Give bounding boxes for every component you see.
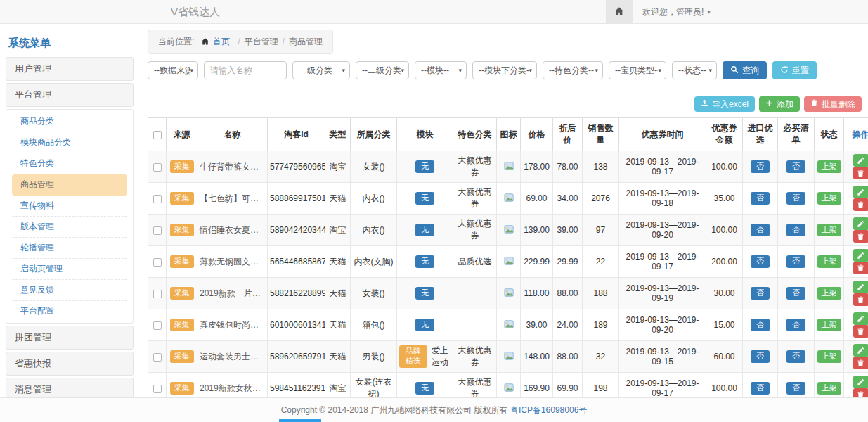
edit-button[interactable] [853, 281, 868, 293]
delete-button[interactable] [853, 357, 868, 369]
delete-button[interactable] [853, 262, 868, 274]
delete-button[interactable] [853, 167, 868, 179]
delete-button[interactable] [853, 293, 868, 306]
table-toolbar: 导入excel 添加 批量删除 [148, 96, 862, 112]
must-buy-toggle[interactable]: 否 [786, 255, 805, 268]
import-select-toggle[interactable]: 否 [751, 224, 770, 236]
status-badge[interactable]: 上架 [817, 287, 841, 300]
status-badge[interactable]: 上架 [817, 224, 841, 236]
import-select-toggle[interactable]: 否 [751, 287, 770, 300]
import-select-toggle[interactable]: 否 [751, 160, 770, 173]
module-badge[interactable]: 无 [415, 287, 434, 300]
must-buy-toggle[interactable]: 否 [786, 192, 805, 205]
data-source-filter[interactable]: --数据来源--▾ [148, 61, 198, 79]
must-buy-toggle[interactable]: 否 [786, 224, 805, 236]
sidebar-item-module-goods-category[interactable]: 模块商品分类 [12, 132, 127, 153]
source-badge: 采集 [170, 287, 194, 300]
sidebar-item-splash-mgmt[interactable]: 启动页管理 [12, 259, 127, 280]
row-checkbox[interactable] [153, 385, 162, 393]
table-row: 采集2019新款一片式系...588216228899天猫女装()无118.00… [148, 278, 868, 309]
must-buy-toggle[interactable]: 否 [786, 382, 805, 395]
edit-button[interactable] [853, 186, 868, 198]
feature-category-filter[interactable]: --特色分类--▾ [543, 61, 603, 79]
row-checkbox[interactable] [153, 226, 162, 235]
select-all-checkbox[interactable] [153, 131, 162, 139]
module-badge[interactable]: 无 [415, 382, 434, 395]
module-badge[interactable]: 无 [415, 224, 434, 236]
reset-button[interactable]: 重置 [772, 61, 817, 79]
batch-delete-button[interactable]: 批量删除 [804, 96, 862, 112]
sidebar-item-feedback[interactable]: 意见反馈 [12, 280, 127, 301]
caret-down-icon: ▾ [707, 8, 711, 15]
module-badge[interactable]: 无 [415, 319, 434, 331]
delete-button[interactable] [853, 325, 868, 338]
import-select-toggle[interactable]: 否 [751, 382, 770, 395]
add-button[interactable]: 添加 [759, 96, 800, 112]
status-badge[interactable]: 上架 [817, 382, 841, 395]
cell-actions [844, 341, 868, 373]
sidebar-item-platform-config[interactable]: 平台配置 [12, 301, 127, 321]
home-button[interactable] [606, 0, 633, 24]
row-checkbox[interactable] [153, 258, 162, 267]
import-select-toggle[interactable]: 否 [751, 319, 770, 331]
status-badge[interactable]: 上架 [817, 319, 841, 331]
cell-price: 229.99 [521, 246, 553, 278]
must-buy-toggle[interactable]: 否 [786, 319, 805, 331]
level2-category-filter[interactable]: --二级分类--▾ [356, 61, 409, 79]
status-badge[interactable]: 上架 [817, 350, 841, 363]
cell-feature: 大额优惠券 [453, 215, 497, 246]
import-select-toggle[interactable]: 否 [751, 255, 770, 268]
sidebar-item-carousel-mgmt[interactable]: 轮播管理 [12, 238, 127, 259]
product-icon [504, 383, 514, 392]
status-badge[interactable]: 上架 [817, 255, 841, 268]
sidebar-item-promo-material[interactable]: 宣传物料 [12, 196, 127, 217]
must-buy-toggle[interactable]: 否 [786, 350, 805, 363]
name-search-input[interactable] [204, 61, 287, 79]
edit-button[interactable] [853, 249, 868, 262]
breadcrumb-home-link[interactable]: 首页 [213, 37, 230, 46]
module-filter[interactable]: --模块--▾ [415, 61, 467, 79]
search-button[interactable]: 查询 [723, 61, 767, 79]
edit-button[interactable] [853, 154, 868, 167]
footer: Copyright © 2014-2018 广州九驰网络科技有限公司 版权所有 … [0, 397, 868, 422]
module-badge[interactable]: 无 [415, 160, 434, 173]
must-buy-toggle[interactable]: 否 [786, 287, 805, 300]
status-badge[interactable]: 上架 [817, 192, 841, 205]
filter-label: --宝贝类型-- [615, 65, 658, 77]
row-checkbox[interactable] [153, 321, 162, 330]
cell-import-select: 否 [743, 246, 778, 278]
module-badge[interactable]: 无 [415, 255, 434, 268]
sidebar-item-group-buy-mgmt[interactable]: 拼团管理 [6, 326, 134, 350]
edit-button[interactable] [853, 344, 868, 357]
icp-link[interactable]: 粤ICP备16098006号 [510, 405, 587, 415]
import-select-toggle[interactable]: 否 [751, 192, 770, 205]
level1-category-filter[interactable]: 一级分类▾ [292, 61, 350, 79]
module-badge[interactable]: 品牌精选 [399, 345, 427, 368]
delete-button[interactable] [853, 230, 868, 243]
import-excel-button[interactable]: 导入excel [694, 96, 755, 112]
module-sub-filter[interactable]: --模块下分类--▾ [472, 61, 537, 79]
status-filter[interactable]: --状态--▾ [672, 61, 717, 79]
import-select-toggle[interactable]: 否 [751, 350, 770, 363]
row-checkbox[interactable] [153, 353, 162, 362]
sidebar-item-feature-category[interactable]: 特色分类 [12, 153, 127, 174]
sidebar-item-platform-mgmt[interactable]: 平台管理 [6, 83, 134, 107]
sidebar-item-user-mgmt[interactable]: 用户管理 [6, 57, 134, 81]
cell-name: 真皮钱包时尚优雅女士... [197, 309, 268, 341]
status-badge[interactable]: 上架 [817, 160, 841, 173]
user-menu[interactable]: 欢迎您，管理员! ▾ [642, 6, 711, 18]
edit-button[interactable] [853, 217, 868, 230]
sidebar-item-goods-category[interactable]: 商品分类 [12, 111, 127, 132]
row-checkbox[interactable] [153, 163, 162, 172]
row-checkbox[interactable] [153, 195, 162, 203]
module-badge[interactable]: 无 [415, 192, 434, 205]
edit-button[interactable] [853, 312, 868, 325]
sidebar-item-goods-mgmt[interactable]: 商品管理 [12, 174, 127, 196]
sidebar-item-saving-news[interactable]: 省惠快报 [6, 352, 134, 376]
sidebar-item-version-mgmt[interactable]: 版本管理 [12, 217, 127, 238]
edit-button[interactable] [853, 376, 868, 388]
delete-button[interactable] [853, 198, 868, 211]
must-buy-toggle[interactable]: 否 [786, 160, 805, 173]
row-checkbox[interactable] [153, 290, 162, 298]
item-type-filter[interactable]: --宝贝类型--▾ [609, 61, 666, 79]
